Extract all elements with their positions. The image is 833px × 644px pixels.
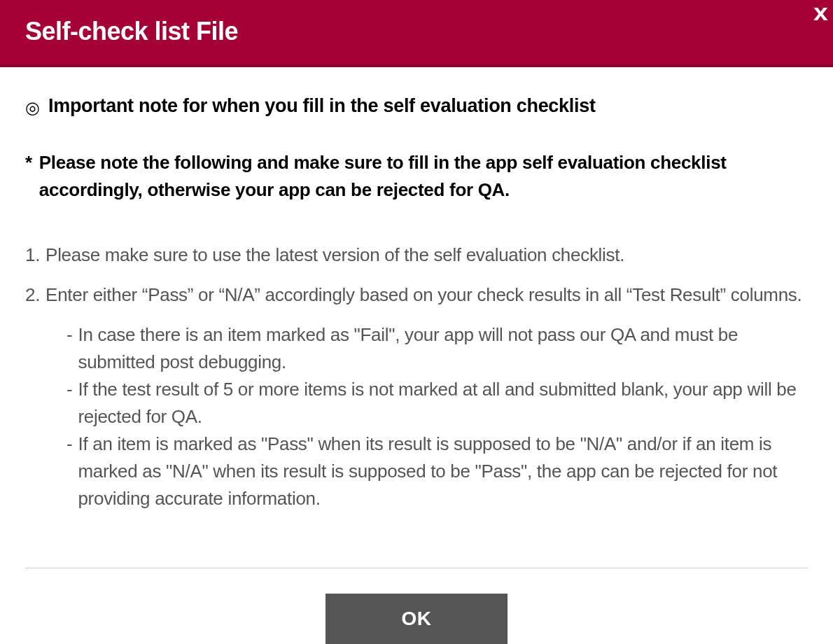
sub-item-text: If an item is marked as "Pass" when its … <box>78 430 808 512</box>
dialog-header: Self-check list File x <box>0 0 833 67</box>
sub-item: - If the test result of 5 or more items … <box>66 376 808 430</box>
close-icon[interactable]: x <box>813 0 828 24</box>
note-heading: Important note for when you fill in the … <box>48 95 596 117</box>
note-heading-row: ◎ Important note for when you fill in th… <box>25 95 808 117</box>
dash-icon: - <box>66 376 72 430</box>
checklist-items: 1. Please make sure to use the latest ve… <box>25 241 808 512</box>
asterisk-icon: * <box>25 149 32 204</box>
sub-item-list: - In case there is an item marked as "Fa… <box>46 321 808 512</box>
ok-button[interactable]: OK <box>326 594 507 644</box>
item-number: 1. <box>25 241 40 269</box>
bullseye-icon: ◎ <box>25 99 40 116</box>
dash-icon: - <box>66 430 72 512</box>
sub-item: - If an item is marked as "Pass" when it… <box>66 430 808 512</box>
warning-block: * Please note the following and make sur… <box>25 149 808 204</box>
list-item: 2. Enter either “Pass” or “N/A” accordin… <box>25 281 808 512</box>
dash-icon: - <box>66 321 72 376</box>
sub-item-text: In case there is an item marked as "Fail… <box>78 321 808 376</box>
dialog-content: ◎ Important note for when you fill in th… <box>0 67 833 542</box>
item-text-wrap: Enter either “Pass” or “N/A” accordingly… <box>46 281 808 512</box>
list-item: 1. Please make sure to use the latest ve… <box>25 241 808 269</box>
self-check-dialog: Self-check list File x ◎ Important note … <box>0 0 833 644</box>
sub-item-text: If the test result of 5 or more items is… <box>78 376 808 430</box>
item-text: Enter either “Pass” or “N/A” accordingly… <box>46 284 802 305</box>
dialog-footer: OK <box>0 568 833 644</box>
item-text: Please make sure to use the latest versi… <box>46 241 808 269</box>
sub-item: - In case there is an item marked as "Fa… <box>66 321 808 376</box>
dialog-title: Self-check list File <box>25 17 808 46</box>
item-number: 2. <box>25 281 40 512</box>
warning-text: Please note the following and make sure … <box>39 149 808 204</box>
